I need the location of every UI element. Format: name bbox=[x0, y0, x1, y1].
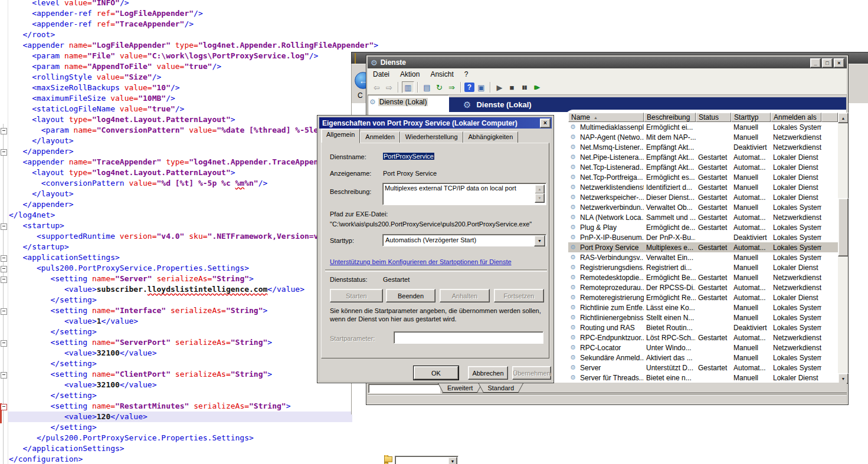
column-header-starttyp[interactable]: Starttyp bbox=[731, 113, 771, 122]
service-row[interactable]: ⚙Server für Threads...Bietet eine n...Ma… bbox=[568, 373, 838, 383]
tab-wiederherstellung[interactable]: Wiederherstellung bbox=[400, 131, 463, 143]
scroll-up-button[interactable]: ▲ bbox=[838, 113, 849, 123]
service-row[interactable]: ⚙Plug & PlayErmöglicht de...GestartetAut… bbox=[568, 222, 838, 232]
view-tabs[interactable]: ErweitertStandard bbox=[442, 383, 523, 393]
ok-button[interactable]: OK bbox=[414, 366, 458, 380]
service-row[interactable]: ⚙Sekundäre Anmeld...Aktiviert das ...Man… bbox=[568, 353, 838, 363]
export-list-icon[interactable]: ⇒ bbox=[446, 82, 457, 93]
column-header-status[interactable]: Status bbox=[696, 113, 731, 122]
fold-marker[interactable] bbox=[1, 266, 7, 272]
fold-marker[interactable] bbox=[1, 255, 7, 262]
close-icon[interactable]: × bbox=[540, 119, 551, 128]
tree-item-dienste-lokal[interactable]: ⚙ Dienste (Lokal) bbox=[369, 97, 448, 107]
editor-gutter[interactable] bbox=[0, 0, 8, 464]
dialog-tabs[interactable]: AllgemeinAnmeldenWiederherstellungAbhäng… bbox=[321, 131, 518, 143]
fold-marker[interactable] bbox=[1, 308, 7, 315]
scroll-down-icon[interactable]: ▼ bbox=[535, 193, 545, 203]
service-row[interactable]: ⚙Net.Pipe-Listenera...Empfängt Akt...Ges… bbox=[568, 152, 838, 162]
starttyp-combobox[interactable]: Automatisch (Verzögerter Start) ▼ bbox=[382, 234, 546, 246]
beschreibung-textbox[interactable]: Multiplexes external TCP/IP data on loca… bbox=[382, 183, 546, 205]
services-table[interactable]: Name▲BeschreibungStatusStarttypAnmelden … bbox=[568, 113, 838, 383]
code-line[interactable]: <level value="INFO"/> bbox=[9, 0, 471, 8]
tabstrip-textbox[interactable] bbox=[368, 384, 440, 393]
column-header-filler[interactable] bbox=[821, 113, 838, 122]
properties-dialog[interactable]: Eigenschaften von Port Proxy Service (Lo… bbox=[317, 115, 554, 383]
view-tab-erweitert[interactable]: Erweitert bbox=[438, 383, 482, 393]
code-line[interactable]: <appender name="LogFileAppender" type="l… bbox=[9, 40, 471, 51]
services-toolbar[interactable]: ⇦⇨▥▤↻⇒?▣▶■▮▮▮▶ bbox=[368, 80, 847, 95]
start-service-icon[interactable]: ▶ bbox=[494, 82, 505, 93]
service-row[interactable]: ⚙NAP-Agent (Netwo...Mit dem NAP-...Manue… bbox=[568, 132, 838, 142]
scrollbar-thumb[interactable] bbox=[838, 198, 849, 256]
service-row[interactable]: ⚙Richtlinienergebniss...Stellt einen N..… bbox=[568, 312, 838, 323]
vertical-scrollbar[interactable]: ▲ ▼ bbox=[838, 113, 847, 383]
code-line[interactable]: <appender-ref ref="LogFileAppender"/> bbox=[9, 8, 471, 19]
service-row[interactable]: ⚙RAS-Verbindungsv...Verwaltet Ein...Manu… bbox=[568, 252, 838, 262]
tab-abhngigkeiten[interactable]: Abhängigkeiten bbox=[463, 131, 519, 143]
forward-icon[interactable]: ⇨ bbox=[384, 82, 395, 93]
tab-anmelden[interactable]: Anmelden bbox=[360, 131, 400, 143]
service-row[interactable]: ⚙Net.Tcp-Listenerad...Empfängt Akt...Ges… bbox=[568, 162, 838, 172]
beenden-button[interactable]: Beenden bbox=[386, 289, 435, 302]
services-menubar[interactable]: DateiAktionAnsicht? bbox=[368, 68, 847, 81]
stop-service-icon[interactable]: ■ bbox=[506, 82, 517, 93]
back-icon[interactable]: ⇦ bbox=[371, 82, 382, 93]
restart-service-icon[interactable]: ▮▶ bbox=[531, 82, 542, 93]
code-line[interactable]: </root> bbox=[9, 29, 471, 40]
service-row[interactable]: ⚙NetzwerklistendienstIdentifiziert d...G… bbox=[568, 182, 838, 192]
tab-allgemein[interactable]: Allgemein bbox=[321, 129, 360, 143]
properties-icon[interactable]: ▤ bbox=[421, 82, 433, 93]
service-row[interactable]: ⚙Remoteprozedurau...Der RPCSS-Di...Gesta… bbox=[568, 282, 838, 292]
service-row[interactable]: ⚙Richtlinie zum Entfe...Lässt eine Ko...… bbox=[568, 302, 838, 312]
startparameter-input[interactable] bbox=[394, 331, 543, 344]
menu-item-?[interactable]: ? bbox=[459, 69, 474, 80]
extended-view-icon[interactable]: ▣ bbox=[476, 82, 487, 93]
scroll-up-icon[interactable]: ▲ bbox=[535, 185, 545, 194]
fold-marker[interactable] bbox=[1, 340, 7, 347]
service-row[interactable]: ⚙RPC-LocatorUnter Windo...ManuellNetzwer… bbox=[568, 343, 838, 353]
service-row[interactable]: ⚙Routing und RASBietet Routin...Deaktivi… bbox=[568, 323, 838, 333]
chevron-down-icon[interactable]: ▼ bbox=[534, 235, 545, 246]
dialog-titlebar[interactable]: Eigenschaften von Port Proxy Service (Lo… bbox=[319, 117, 552, 129]
fold-marker[interactable] bbox=[1, 372, 7, 379]
service-row[interactable]: ⚙ServerUnterstützt D...GestartetAutomat.… bbox=[568, 363, 838, 373]
service-row[interactable]: ⚙NLA (Network Loca...Sammelt und ...Gest… bbox=[568, 212, 838, 222]
uebernehmen-button[interactable]: Übernehmen bbox=[512, 366, 551, 380]
services-titlebar[interactable]: ⚙ Dienste _□× bbox=[368, 57, 847, 68]
chevron-down-icon[interactable]: ▼ bbox=[448, 457, 457, 464]
service-row[interactable]: ⚙Port Proxy ServiceMultiplexes e...Gesta… bbox=[568, 242, 838, 252]
fold-marker[interactable] bbox=[1, 223, 7, 230]
menu-item-aktion[interactable]: Aktion bbox=[395, 69, 425, 80]
service-row[interactable]: ⚙Net.Tcp-Portfreiga...Ermöglicht es...Ge… bbox=[568, 172, 838, 182]
dienstname-value[interactable]: PortProxyService bbox=[383, 153, 434, 160]
fold-marker[interactable] bbox=[1, 404, 7, 410]
anzeigename-value[interactable]: Port Proxy Service bbox=[383, 170, 437, 177]
column-header-beschreibung[interactable]: Beschreibung bbox=[644, 113, 696, 122]
service-row[interactable]: ⚙Netzwerkspeicher-...Dieser Dienst...Ges… bbox=[568, 192, 838, 202]
help-icon[interactable]: ? bbox=[464, 83, 474, 92]
fold-marker[interactable] bbox=[1, 277, 7, 283]
menu-item-datei[interactable]: Datei bbox=[368, 69, 395, 80]
service-row[interactable]: ⚙PnP-X-IP-Busenum...Der PnP-X-Bu...Deakt… bbox=[568, 232, 838, 242]
close-button[interactable]: × bbox=[834, 58, 844, 68]
service-row[interactable]: ⚙RPC-Endpunktzuor...Löst RPC-Sch...Gesta… bbox=[568, 333, 838, 343]
maximize-button[interactable]: □ bbox=[822, 58, 833, 68]
code-line[interactable]: <appender-ref ref="TraceAppender"/> bbox=[9, 19, 471, 29]
minimize-button[interactable]: _ bbox=[810, 58, 821, 68]
service-row[interactable]: ⚙Remotedesktopdie...Ermöglicht Be...Gest… bbox=[568, 272, 838, 282]
starten-button[interactable]: Starten bbox=[330, 289, 383, 302]
fold-marker[interactable] bbox=[1, 149, 7, 156]
column-header-name[interactable]: Name▲ bbox=[568, 113, 644, 122]
filter-combobox[interactable]: ▼ bbox=[395, 456, 458, 464]
table-header[interactable]: Name▲BeschreibungStatusStarttypAnmelden … bbox=[568, 113, 838, 122]
view-tab-standard[interactable]: Standard bbox=[478, 383, 523, 393]
console-tree-icon[interactable]: ▥ bbox=[402, 81, 414, 93]
anhalten-button[interactable]: Anhalten bbox=[440, 289, 490, 302]
table-body[interactable]: ⚙Multimediaklassenpl...Ermöglicht ei...M… bbox=[568, 122, 838, 383]
service-row[interactable]: ⚙RemoteregistrierungErmöglicht Re...Gest… bbox=[568, 292, 838, 302]
service-row[interactable]: ⚙Netzwerkverbindun...Verwaltet Ob...Gest… bbox=[568, 202, 838, 212]
abbrechen-button[interactable]: Abbrechen bbox=[468, 366, 508, 380]
pause-service-icon[interactable]: ▮▮ bbox=[519, 82, 530, 93]
service-row[interactable]: ⚙Net.Msmq-Listener...Empfängt Akt...Deak… bbox=[568, 142, 838, 152]
fortsetzen-button[interactable]: Fortsetzen bbox=[494, 289, 544, 302]
